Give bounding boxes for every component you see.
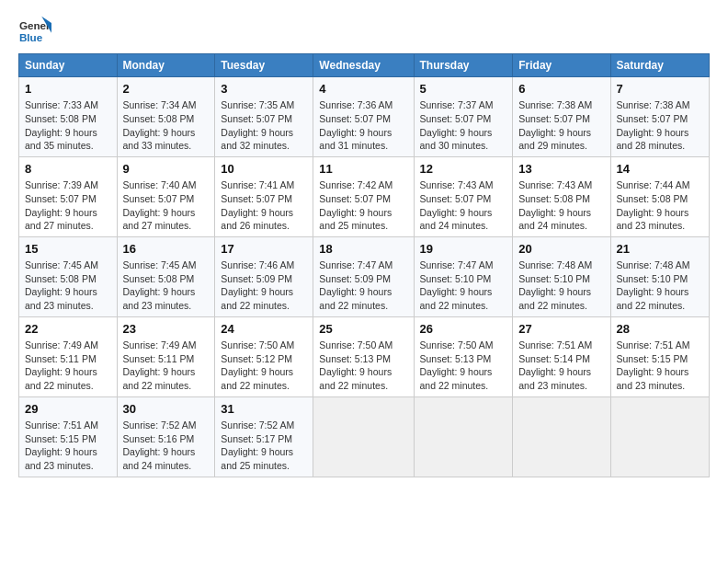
header-day-wednesday: Wednesday [313, 54, 414, 77]
day-number: 17 [221, 241, 307, 258]
calendar-cell: 26Sunrise: 7:50 AMSunset: 5:13 PMDayligh… [414, 316, 513, 396]
sunset-line: Sunset: 5:08 PM [25, 273, 97, 284]
calendar-cell: 2Sunrise: 7:34 AMSunset: 5:08 PMDaylight… [117, 77, 215, 157]
sunrise-line: Sunrise: 7:48 AM [518, 259, 592, 270]
daylight-line: Daylight: 9 hours and 23 minutes. [518, 366, 591, 391]
day-number: 18 [319, 241, 407, 258]
day-number: 29 [25, 401, 111, 418]
calendar-week-2: 8Sunrise: 7:39 AMSunset: 5:07 PMDaylight… [19, 156, 710, 236]
sunrise-line: Sunrise: 7:43 AM [518, 179, 592, 190]
sunset-line: Sunset: 5:10 PM [518, 273, 590, 284]
day-number: 11 [319, 161, 407, 178]
sunset-line: Sunset: 5:09 PM [319, 273, 391, 284]
day-number: 5 [420, 81, 507, 98]
sunset-line: Sunset: 5:13 PM [420, 353, 492, 364]
daylight-line: Daylight: 9 hours and 24 minutes. [518, 207, 591, 232]
daylight-line: Daylight: 9 hours and 26 minutes. [221, 207, 293, 232]
day-number: 25 [319, 321, 407, 338]
day-number: 23 [123, 321, 210, 338]
calendar-cell: 30Sunrise: 7:52 AMSunset: 5:16 PMDayligh… [117, 396, 215, 477]
daylight-line: Daylight: 9 hours and 23 minutes. [617, 366, 689, 391]
header-day-monday: Monday [117, 54, 215, 77]
day-number: 1 [25, 81, 111, 98]
daylight-line: Daylight: 9 hours and 27 minutes. [25, 207, 97, 232]
calendar-cell [513, 396, 610, 477]
logo-icon: General Blue [18, 15, 51, 48]
sunset-line: Sunset: 5:07 PM [420, 113, 492, 124]
day-number: 28 [617, 321, 703, 338]
sunrise-line: Sunrise: 7:45 AM [123, 259, 197, 270]
sunset-line: Sunset: 5:11 PM [25, 353, 97, 364]
sunset-line: Sunset: 5:07 PM [518, 113, 590, 124]
sunset-line: Sunset: 5:07 PM [420, 193, 492, 204]
sunset-line: Sunset: 5:07 PM [221, 193, 292, 204]
daylight-line: Daylight: 9 hours and 22 minutes. [420, 366, 493, 391]
sunset-line: Sunset: 5:08 PM [617, 193, 688, 204]
day-number: 6 [518, 81, 604, 98]
calendar-cell: 7Sunrise: 7:38 AMSunset: 5:07 PMDaylight… [610, 77, 709, 157]
daylight-line: Daylight: 9 hours and 22 minutes. [221, 366, 293, 391]
daylight-line: Daylight: 9 hours and 22 minutes. [319, 366, 392, 391]
sunset-line: Sunset: 5:16 PM [123, 433, 195, 444]
calendar-cell: 16Sunrise: 7:45 AMSunset: 5:08 PMDayligh… [117, 236, 215, 316]
sunset-line: Sunset: 5:09 PM [221, 273, 292, 284]
day-number: 2 [123, 81, 210, 98]
sunrise-line: Sunrise: 7:33 AM [25, 99, 98, 110]
sunset-line: Sunset: 5:10 PM [420, 273, 492, 284]
calendar-week-1: 1Sunrise: 7:33 AMSunset: 5:08 PMDaylight… [19, 77, 710, 157]
sunrise-line: Sunrise: 7:34 AM [123, 99, 197, 110]
calendar-header-row: SundayMondayTuesdayWednesdayThursdayFrid… [19, 54, 710, 77]
daylight-line: Daylight: 9 hours and 22 minutes. [25, 366, 97, 391]
header-day-thursday: Thursday [414, 54, 513, 77]
day-number: 22 [25, 321, 111, 338]
calendar-cell: 21Sunrise: 7:48 AMSunset: 5:10 PMDayligh… [610, 236, 709, 316]
header-day-saturday: Saturday [610, 54, 709, 77]
calendar-week-5: 29Sunrise: 7:51 AMSunset: 5:15 PMDayligh… [19, 396, 710, 477]
calendar-cell: 10Sunrise: 7:41 AMSunset: 5:07 PMDayligh… [215, 156, 313, 236]
day-number: 26 [420, 321, 507, 338]
daylight-line: Daylight: 9 hours and 24 minutes. [420, 207, 493, 232]
daylight-line: Daylight: 9 hours and 23 minutes. [25, 446, 97, 471]
day-number: 14 [617, 161, 703, 178]
calendar-cell: 29Sunrise: 7:51 AMSunset: 5:15 PMDayligh… [19, 396, 118, 477]
sunset-line: Sunset: 5:15 PM [617, 353, 688, 364]
header-day-tuesday: Tuesday [215, 54, 313, 77]
sunset-line: Sunset: 5:07 PM [123, 193, 195, 204]
sunrise-line: Sunrise: 7:41 AM [221, 179, 294, 190]
daylight-line: Daylight: 9 hours and 35 minutes. [25, 127, 97, 152]
day-number: 3 [221, 81, 307, 98]
calendar-cell [313, 396, 414, 477]
day-number: 8 [25, 161, 111, 178]
sunset-line: Sunset: 5:11 PM [123, 353, 195, 364]
daylight-line: Daylight: 9 hours and 30 minutes. [420, 127, 493, 152]
daylight-line: Daylight: 9 hours and 22 minutes. [617, 286, 689, 311]
day-number: 12 [420, 161, 507, 178]
calendar-cell: 11Sunrise: 7:42 AMSunset: 5:07 PMDayligh… [313, 156, 414, 236]
calendar-cell: 23Sunrise: 7:49 AMSunset: 5:11 PMDayligh… [117, 316, 215, 396]
daylight-line: Daylight: 9 hours and 23 minutes. [617, 207, 689, 232]
daylight-line: Daylight: 9 hours and 22 minutes. [221, 286, 293, 311]
sunrise-line: Sunrise: 7:38 AM [518, 99, 592, 110]
day-number: 9 [123, 161, 210, 178]
sunrise-line: Sunrise: 7:42 AM [319, 179, 392, 190]
calendar-cell: 28Sunrise: 7:51 AMSunset: 5:15 PMDayligh… [610, 316, 709, 396]
day-number: 13 [518, 161, 604, 178]
daylight-line: Daylight: 9 hours and 31 minutes. [319, 127, 392, 152]
calendar-cell: 8Sunrise: 7:39 AMSunset: 5:07 PMDaylight… [19, 156, 118, 236]
calendar-week-3: 15Sunrise: 7:45 AMSunset: 5:08 PMDayligh… [19, 236, 710, 316]
sunrise-line: Sunrise: 7:45 AM [25, 259, 98, 270]
daylight-line: Daylight: 9 hours and 29 minutes. [518, 127, 591, 152]
sunrise-line: Sunrise: 7:46 AM [221, 259, 294, 270]
sunrise-line: Sunrise: 7:52 AM [221, 419, 294, 431]
day-number: 15 [25, 241, 111, 258]
day-number: 19 [420, 241, 507, 258]
day-number: 27 [518, 321, 604, 338]
sunrise-line: Sunrise: 7:50 AM [319, 339, 392, 350]
sunrise-line: Sunrise: 7:50 AM [420, 339, 494, 350]
calendar-cell: 9Sunrise: 7:40 AMSunset: 5:07 PMDaylight… [117, 156, 215, 236]
day-number: 30 [123, 401, 210, 418]
calendar-cell: 27Sunrise: 7:51 AMSunset: 5:14 PMDayligh… [513, 316, 610, 396]
sunrise-line: Sunrise: 7:43 AM [420, 179, 494, 190]
sunset-line: Sunset: 5:15 PM [25, 433, 97, 444]
calendar-cell: 15Sunrise: 7:45 AMSunset: 5:08 PMDayligh… [19, 236, 118, 316]
